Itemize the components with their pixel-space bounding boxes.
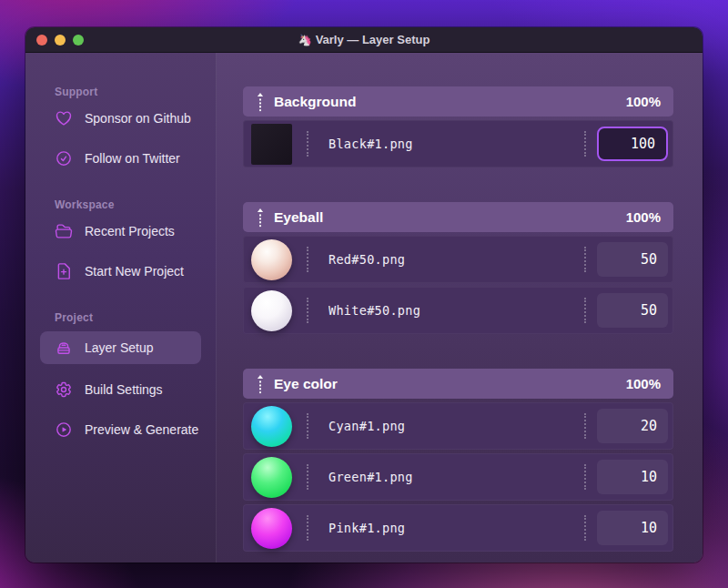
layer-filename: Green#1.png: [329, 470, 570, 484]
sidebar-item-label: Preview & Generate: [85, 422, 198, 437]
drag-handle-icon[interactable]: [256, 374, 265, 394]
layer-filename: Red#50.png: [329, 252, 570, 267]
titlebar[interactable]: 🦄Varly — Layer Setup: [25, 27, 703, 53]
sidebar-item-label: Recent Projects: [85, 224, 175, 238]
divider: [584, 298, 586, 323]
layer-filename: Black#1.png: [329, 137, 570, 151]
layer-thumbnail: [251, 124, 292, 165]
sidebar-section-support: Support Sponsor on Github Follow on Twit…: [25, 86, 216, 171]
layer-group-background: Background 100% Black#1.png: [243, 86, 673, 167]
divider: [584, 413, 586, 439]
divider: [307, 464, 308, 490]
sidebar-item-follow-on-twitter[interactable]: Follow on Twitter: [25, 146, 216, 171]
divider: [307, 413, 308, 439]
divider: [307, 515, 308, 541]
layer-thumbnail: [251, 239, 292, 280]
sidebar-item-label: Layer Setup: [85, 340, 154, 355]
sidebar-section-label: Workspace: [55, 198, 216, 211]
group-header[interactable]: Eyeball 100%: [243, 202, 673, 232]
zoom-button[interactable]: [73, 35, 84, 46]
sidebar-item-label: Build Settings: [85, 382, 163, 397]
desktop-background: 🦄Varly — Layer Setup Support Sponsor on …: [0, 0, 728, 588]
layer-list: Background 100% Black#1.png: [217, 53, 703, 563]
sidebar-section-label: Project: [55, 311, 216, 324]
sidebar: Support Sponsor on Github Follow on Twit…: [25, 53, 217, 563]
layer-thumbnail: [251, 290, 292, 331]
layer-weight-input[interactable]: [597, 511, 668, 545]
layer-row: Cyan#1.png: [243, 402, 673, 450]
layer-weight-input[interactable]: [597, 409, 668, 443]
layer-group-eye-color: Eye color 100% Cyan#1.png Green#1.png: [243, 369, 673, 552]
divider: [307, 131, 308, 157]
sidebar-section-project: Project Layer Setup Build Settings Previ…: [25, 311, 216, 442]
sidebar-item-recent-projects[interactable]: Recent Projects: [25, 218, 216, 244]
divider: [584, 131, 586, 157]
group-weight: 100%: [626, 376, 661, 391]
play-circle-icon: [55, 421, 73, 439]
group-header[interactable]: Eye color 100%: [243, 369, 673, 399]
sidebar-item-layer-setup[interactable]: Layer Setup: [40, 331, 201, 364]
group-title: Eyeball: [274, 209, 323, 226]
layer-thumbnail: [251, 508, 292, 549]
layer-weight-input[interactable]: [597, 242, 668, 277]
layer-weight-input[interactable]: [597, 127, 668, 161]
sidebar-item-start-new-project[interactable]: Start New Project: [25, 259, 216, 284]
layer-group-eyeball: Eyeball 100% Red#50.png White#50.png: [243, 202, 673, 334]
minimize-button[interactable]: [55, 35, 66, 46]
document-plus-icon: [55, 262, 73, 280]
window-title-text: Varly — Layer Setup: [316, 33, 430, 46]
traffic-lights: [36, 35, 84, 46]
layer-row: Red#50.png: [243, 236, 673, 283]
group-title: Background: [274, 94, 356, 110]
divider: [584, 515, 586, 541]
drag-handle-icon[interactable]: [256, 208, 265, 228]
check-badge-icon: [55, 149, 73, 167]
close-button[interactable]: [36, 35, 47, 46]
divider: [307, 247, 308, 272]
sidebar-section-workspace: Workspace Recent Projects Start New Proj…: [25, 198, 216, 284]
sidebar-item-label: Follow on Twitter: [85, 151, 180, 166]
layer-thumbnail: [251, 457, 292, 498]
sidebar-section-label: Support: [55, 86, 216, 98]
layer-row: White#50.png: [243, 287, 673, 334]
gear-icon: [55, 380, 73, 399]
layer-row: Green#1.png: [243, 453, 673, 501]
layer-row: Pink#1.png: [243, 504, 673, 552]
sidebar-item-label: Start New Project: [85, 264, 184, 279]
group-title: Eye color: [274, 376, 338, 392]
heart-icon: [55, 109, 73, 127]
sidebar-item-build-settings[interactable]: Build Settings: [25, 377, 216, 402]
group-weight: 100%: [626, 94, 661, 109]
app-window: 🦄Varly — Layer Setup Support Sponsor on …: [25, 27, 703, 563]
sidebar-item-preview-generate[interactable]: Preview & Generate: [25, 417, 216, 442]
layer-filename: Pink#1.png: [329, 521, 570, 535]
group-header[interactable]: Background 100%: [243, 86, 673, 117]
group-weight: 100%: [626, 209, 661, 225]
window-title: 🦄Varly — Layer Setup: [25, 33, 703, 46]
archive-box-icon: [55, 339, 73, 357]
drag-handle-icon[interactable]: [256, 92, 265, 112]
sidebar-item-label: Sponsor on Github: [85, 111, 191, 126]
divider: [584, 247, 586, 272]
layer-weight-input[interactable]: [597, 460, 668, 494]
layer-weight-input[interactable]: [597, 293, 668, 328]
layer-row: Black#1.png: [243, 120, 673, 167]
layer-filename: White#50.png: [329, 303, 570, 318]
divider: [584, 464, 586, 490]
divider: [307, 298, 308, 323]
app-logo-icon: 🦄: [298, 34, 312, 46]
window-body: Support Sponsor on Github Follow on Twit…: [25, 53, 703, 563]
sidebar-item-sponsor-on-github[interactable]: Sponsor on Github: [25, 106, 216, 131]
layer-thumbnail: [251, 406, 292, 447]
layer-filename: Cyan#1.png: [329, 419, 570, 433]
folder-open-icon: [55, 222, 73, 240]
